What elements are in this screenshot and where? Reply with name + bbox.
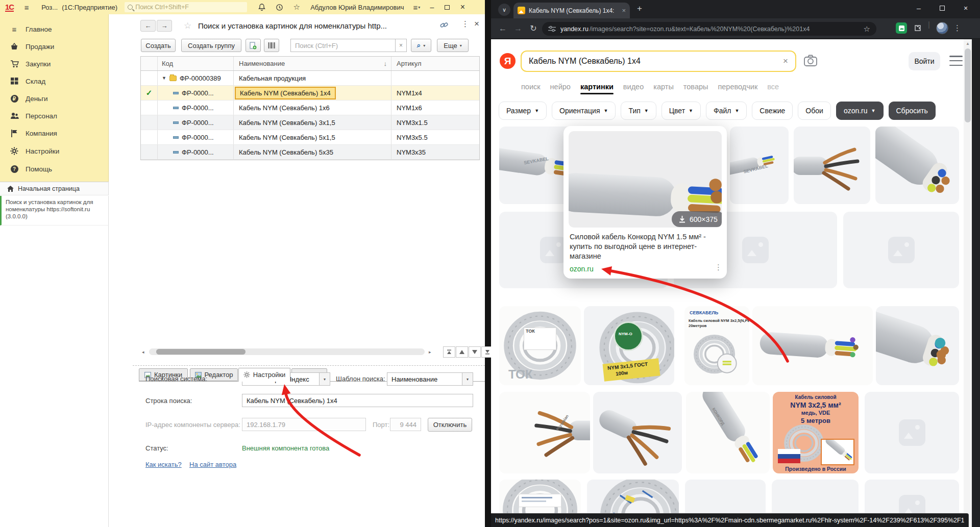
splitter[interactable]: [133, 365, 485, 366]
favorites-star-icon[interactable]: ☆: [290, 2, 303, 13]
tab-images[interactable]: картинки: [580, 83, 614, 91]
image-result[interactable]: SEVKABEL: [730, 127, 789, 204]
image-source-link[interactable]: ozon.ru: [570, 265, 594, 273]
active-cell[interactable]: Кабель NYM (Севкабель) 1х4: [235, 87, 336, 99]
filter-fresh[interactable]: Свежие: [752, 102, 793, 120]
image-result-loading[interactable]: [865, 392, 959, 473]
name-column-header[interactable]: Наименование↓: [234, 57, 391, 70]
table-row[interactable]: ФР-0000... Кабель NYM (Севкабель) 5х1,5 …: [141, 130, 479, 145]
image-result[interactable]: Prysmian: [499, 392, 590, 473]
hscroll-left-icon[interactable]: ◂: [142, 349, 144, 355]
browser-maximize-button[interactable]: [931, 0, 953, 16]
back-button[interactable]: ←: [140, 20, 156, 32]
browser-back-icon[interactable]: ←: [495, 21, 510, 36]
browser-minimize-button[interactable]: –: [908, 0, 930, 16]
tab-neuro[interactable]: нейро: [550, 83, 571, 91]
yandex-search-field[interactable]: ×: [521, 51, 796, 72]
tab-translate[interactable]: переводчик: [718, 83, 757, 91]
login-button[interactable]: Войти: [909, 52, 940, 70]
author-site-link[interactable]: На сайт автора: [189, 461, 236, 468]
card-menu-kebab-icon[interactable]: ⋮: [715, 263, 722, 272]
download-size-badge[interactable]: 600×375: [672, 211, 722, 227]
sidebar-item-help[interactable]: ?Помощь: [0, 161, 109, 177]
article-column-header[interactable]: Артикул: [391, 57, 479, 70]
disconnect-button[interactable]: Отключить: [428, 418, 472, 432]
clear-query-icon[interactable]: ×: [783, 56, 788, 66]
sidebar-item-warehouse[interactable]: Склад: [0, 73, 109, 89]
current-user[interactable]: Абдулов Юрий Владимирович: [310, 4, 404, 11]
tab-video[interactable]: видео: [623, 83, 644, 91]
image-result[interactable]: NYM-O NYM 3х1,5 ГОСТ 100м: [584, 306, 674, 385]
more-menu-kebab-icon[interactable]: ⋮: [461, 19, 469, 29]
extension-images-icon[interactable]: [896, 22, 907, 34]
image-hover-card[interactable]: 600×375 Силовой кабель Конкорд NYM 1.5 м…: [564, 126, 727, 279]
favorite-star-icon[interactable]: ☆: [184, 20, 191, 31]
browser-reload-icon[interactable]: ↻: [526, 21, 541, 36]
browser-menu-kebab-icon[interactable]: ⋮: [953, 23, 961, 33]
new-tab-icon[interactable]: +: [637, 4, 642, 14]
image-result[interactable]: [876, 306, 959, 385]
scrollbar-thumb[interactable]: [965, 48, 971, 122]
table-row-selected[interactable]: ✓ ФР-0000... Кабель NYM (Севкабель) 1х4 …: [141, 86, 479, 101]
filter-file[interactable]: Файл▼: [706, 102, 747, 120]
profile-avatar[interactable]: [936, 22, 948, 36]
notifications-bell-icon[interactable]: [255, 2, 268, 13]
extension-puzzle-icon[interactable]: [912, 22, 923, 34]
status-column-header[interactable]: [141, 57, 158, 70]
goto-prev-button[interactable]: [456, 346, 468, 358]
sidebar-item-purchases[interactable]: Закупки: [0, 56, 109, 71]
scroll-up-icon[interactable]: ▲: [966, 41, 970, 46]
hscroll-track[interactable]: [149, 348, 425, 355]
image-search-camera-icon[interactable]: [804, 55, 817, 68]
create-group-button[interactable]: Создать группу: [181, 39, 241, 52]
filter-site-ozon[interactable]: ozon.ru▼: [836, 102, 884, 120]
filter-wallpaper[interactable]: Обои: [798, 102, 831, 120]
image-result[interactable]: [794, 127, 870, 204]
copy-item-button[interactable]: [246, 39, 261, 52]
image-result-loading[interactable]: [843, 212, 959, 288]
site-info-icon[interactable]: [548, 26, 556, 32]
panel-close-icon[interactable]: ×: [474, 19, 479, 29]
close-button[interactable]: ×: [455, 2, 470, 13]
dropdown-icon[interactable]: ▾: [462, 373, 473, 385]
table-row[interactable]: ФР-0000... Кабель NYM (Севкабель) 1х6 NY…: [141, 101, 479, 115]
history-icon[interactable]: [273, 2, 286, 13]
image-result[interactable]: СЕВКАБЕЛЬ Кабель силовой NYM 3х2,5(N,PE)…: [684, 306, 749, 385]
tab-settings[interactable]: Настройки: [238, 368, 290, 382]
search-run-button[interactable]: ⌕▾: [411, 39, 431, 52]
image-result[interactable]: ТОК ТОК: [499, 306, 581, 385]
table-search-input[interactable]: [290, 39, 396, 52]
maximize-button[interactable]: [439, 2, 455, 13]
clear-search-icon[interactable]: ×: [396, 39, 407, 52]
minimize-button[interactable]: –: [424, 2, 439, 13]
open-window-task-item[interactable]: Поиск и установка картинок для номенклат…: [0, 196, 109, 225]
create-button[interactable]: Создать: [141, 39, 176, 52]
hscroll-right-icon[interactable]: ▸: [429, 349, 431, 355]
sidebar-item-company[interactable]: Компания: [0, 126, 109, 141]
sidebar-item-money[interactable]: ₽Деньги: [0, 91, 109, 106]
sidebar-item-personnel[interactable]: Персонал: [0, 108, 109, 123]
home-page-row[interactable]: Начальная страница: [0, 182, 109, 195]
tab-close-icon[interactable]: ×: [622, 7, 626, 14]
yandex-logo[interactable]: Я: [500, 53, 516, 69]
filter-color[interactable]: Цвет▼: [662, 102, 701, 120]
goto-next-button[interactable]: [469, 346, 481, 358]
hover-card-image[interactable]: 600×375: [569, 131, 722, 228]
image-result[interactable]: [752, 306, 873, 385]
template-select[interactable]: Наименование ▾: [387, 372, 473, 386]
table-row[interactable]: ФР-0000... Кабель NYM (Севкабель) 3х1,5 …: [141, 115, 479, 130]
get-link-icon[interactable]: [440, 21, 448, 31]
service-menu-icon[interactable]: ≡▾: [410, 2, 423, 13]
filter-orientation[interactable]: Ориентация▼: [552, 102, 616, 120]
tab-search[interactable]: поиск: [521, 83, 541, 91]
image-result[interactable]: [875, 127, 959, 204]
tab-search-chevron-icon[interactable]: ∨: [498, 4, 510, 16]
code-column-header[interactable]: Код: [158, 57, 234, 70]
bookmark-star-icon[interactable]: ☆: [864, 24, 870, 34]
browser-close-button[interactable]: ×: [954, 0, 977, 16]
query-input[interactable]: [242, 394, 473, 407]
yandex-menu-burger-icon[interactable]: [949, 56, 963, 66]
expander-icon[interactable]: ▼: [162, 76, 166, 81]
tab-maps[interactable]: карты: [653, 83, 674, 91]
more-actions-button[interactable]: Еще▾: [437, 39, 469, 52]
